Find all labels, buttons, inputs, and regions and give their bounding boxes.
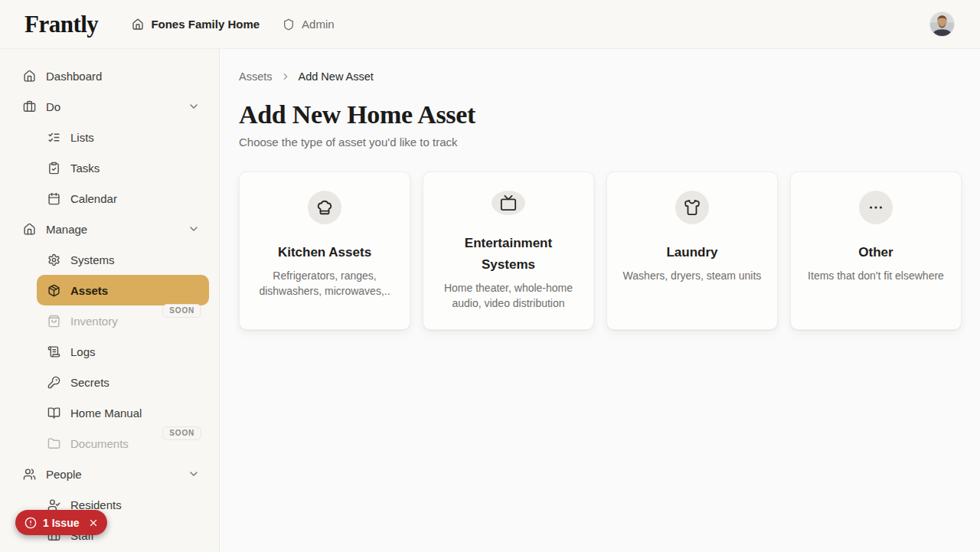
soon-badge: SOON xyxy=(162,426,201,440)
asset-card-entertainment[interactable]: Entertainment Systems Home theater, whol… xyxy=(423,171,594,330)
sidebar-item-label: Logs xyxy=(70,345,96,358)
app-body: Dashboard Do Lists Tasks Calendar Manage… xyxy=(0,49,980,552)
sidebar-item-calendar[interactable]: Calendar xyxy=(37,183,209,214)
asset-card-laundry[interactable]: Laundry Washers, dryers, steam units xyxy=(606,171,778,330)
folder-icon xyxy=(47,437,60,450)
role-label: Admin xyxy=(302,18,335,31)
sidebar-item-label: Lists xyxy=(70,131,94,144)
issue-label: 1 Issue xyxy=(43,517,79,529)
role-indicator[interactable]: Admin xyxy=(283,18,335,31)
card-title: Laundry xyxy=(666,242,717,263)
package-icon xyxy=(47,284,60,297)
card-icon-circle xyxy=(859,191,893,224)
calendar-icon xyxy=(47,192,60,205)
book-open-icon xyxy=(47,407,60,420)
ellipsis-icon xyxy=(867,199,884,216)
asset-type-cards: Kitchen Assets Refrigerators, ranges, di… xyxy=(239,171,962,330)
key-icon xyxy=(47,376,60,389)
house-icon xyxy=(23,70,36,83)
sidebar-item-label: Residents xyxy=(70,498,122,511)
sidebar-item-label: People xyxy=(46,468,82,481)
card-description: Items that don't fit elsewhere xyxy=(808,268,944,283)
card-icon-circle xyxy=(675,191,709,224)
sidebar-item-lists[interactable]: Lists xyxy=(37,122,209,152)
card-description: Home theater, whole-home audio, video di… xyxy=(438,280,579,311)
app-root: Frantly Fones Family Home Admin Dashboar… xyxy=(0,0,980,552)
card-description: Refrigerators, ranges, dishwashers, micr… xyxy=(254,268,395,299)
user-avatar[interactable] xyxy=(930,12,954,36)
sidebar-item-label: Calendar xyxy=(70,192,117,205)
sidebar-item-label: Secrets xyxy=(70,376,109,389)
sidebar-item-label: Documents xyxy=(70,437,129,450)
card-title: Entertainment Systems xyxy=(438,233,579,276)
sidebar-item-systems[interactable]: Systems xyxy=(37,244,209,275)
chevron-down-icon xyxy=(188,100,200,113)
app-logo[interactable]: Frantly xyxy=(24,11,98,38)
sidebar-item-label: Do xyxy=(46,100,60,113)
top-header: Frantly Fones Family Home Admin xyxy=(0,0,980,49)
breadcrumb: Assets Add New Asset xyxy=(239,70,962,83)
card-icon-circle xyxy=(308,191,341,224)
sidebar-item-do[interactable]: Do xyxy=(12,91,209,122)
page-subtitle: Choose the type of asset you'd like to t… xyxy=(239,136,962,149)
main-content: Assets Add New Asset Add New Home Asset … xyxy=(220,49,980,552)
shirt-icon xyxy=(684,199,701,216)
close-icon[interactable] xyxy=(88,518,99,528)
issue-notification[interactable]: 1 Issue xyxy=(15,510,107,535)
users-icon xyxy=(23,468,36,481)
sidebar-item-tasks[interactable]: Tasks xyxy=(37,152,209,183)
sidebar-item-secrets[interactable]: Secrets xyxy=(37,367,209,397)
card-icon-circle xyxy=(492,191,525,215)
sidebar-items: Dashboard Do Lists Tasks Calendar Manage… xyxy=(0,60,219,550)
sidebar-item-logs[interactable]: Logs xyxy=(37,336,209,367)
chevron-down-icon xyxy=(188,468,200,480)
sidebar-item-home-manual[interactable]: Home Manual xyxy=(37,397,209,428)
breadcrumb-current: Add New Asset xyxy=(299,70,374,83)
clipboard-check-icon xyxy=(47,162,60,175)
scroll-icon xyxy=(47,345,60,358)
sidebar-item-assets[interactable]: Assets xyxy=(37,275,209,305)
sidebar-item-label: Home Manual xyxy=(70,407,142,420)
alert-circle-icon xyxy=(24,517,37,529)
chef-hat-icon xyxy=(316,199,333,216)
asset-card-kitchen[interactable]: Kitchen Assets Refrigerators, ranges, di… xyxy=(239,171,410,330)
avatar-photo xyxy=(930,12,954,36)
card-title: Kitchen Assets xyxy=(278,242,371,263)
shield-icon xyxy=(283,18,295,31)
sidebar-item-manage[interactable]: Manage xyxy=(12,214,209,244)
sidebar-item-documents[interactable]: Documents SOON xyxy=(37,428,209,459)
asset-card-other[interactable]: Other Items that don't fit elsewhere xyxy=(790,171,962,330)
sidebar-item-people[interactable]: People xyxy=(12,459,209,489)
sidebar-item-dashboard[interactable]: Dashboard xyxy=(12,60,209,91)
household-selector[interactable]: Fones Family Home xyxy=(132,18,260,31)
breadcrumb-assets[interactable]: Assets xyxy=(239,70,273,83)
sidebar-nav: Dashboard Do Lists Tasks Calendar Manage… xyxy=(0,49,220,552)
soon-badge: SOON xyxy=(162,304,201,318)
page-title: Add New Home Asset xyxy=(239,100,962,130)
briefcase-icon xyxy=(23,100,36,113)
sidebar-item-label: Tasks xyxy=(70,162,100,175)
sidebar-item-label: Assets xyxy=(70,284,108,297)
household-name: Fones Family Home xyxy=(151,18,260,31)
card-description: Washers, dryers, steam units xyxy=(623,268,762,283)
tv-icon xyxy=(500,194,517,211)
house-icon xyxy=(23,223,36,236)
chevron-down-icon xyxy=(188,223,200,235)
sidebar-item-label: Dashboard xyxy=(46,70,102,83)
sidebar-item-label: Systems xyxy=(70,253,115,266)
list-checks-icon xyxy=(47,131,60,144)
gear-icon xyxy=(47,253,60,266)
sidebar-item-label: Inventory xyxy=(70,315,118,328)
user-check-icon xyxy=(47,498,60,511)
card-title: Other xyxy=(858,242,893,263)
sidebar-item-label: Manage xyxy=(46,223,87,236)
chevron-right-icon xyxy=(280,71,291,82)
shopping-bag-icon xyxy=(47,315,60,328)
house-icon xyxy=(132,18,144,31)
sidebar-item-inventory[interactable]: Inventory SOON xyxy=(37,305,209,336)
